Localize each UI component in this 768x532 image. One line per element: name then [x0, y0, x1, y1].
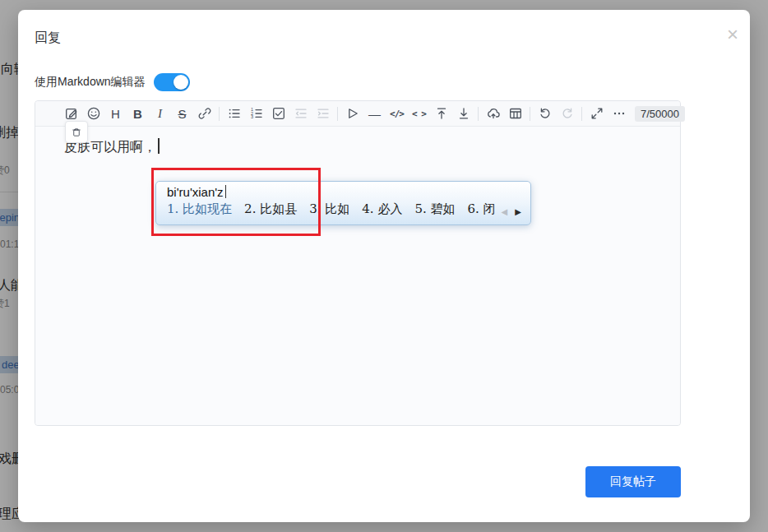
- candidate-word: 比如县: [260, 201, 297, 216]
- ime-page-next-icon[interactable]: ▶: [515, 207, 521, 216]
- char-counter: 7/50000: [635, 106, 685, 122]
- ime-candidate[interactable]: 6. 闭: [467, 201, 495, 217]
- redo-icon[interactable]: [559, 106, 575, 122]
- inline-code-icon[interactable]: < >: [411, 106, 427, 122]
- toolbar-divider: [337, 107, 338, 121]
- insert-before-icon[interactable]: [433, 106, 449, 122]
- horizontal-rule-icon[interactable]: —: [367, 106, 382, 122]
- candidate-index: 6.: [467, 201, 479, 216]
- fullscreen-icon[interactable]: [589, 106, 604, 122]
- strikethrough-icon[interactable]: S: [174, 106, 190, 122]
- insert-after-icon[interactable]: [456, 106, 471, 122]
- ime-pinyin-text: bi'ru'xian'z: [167, 185, 224, 199]
- toolbar-divider: [581, 107, 582, 121]
- candidate-index: 5.: [414, 201, 426, 216]
- modal-title: 回复: [35, 30, 61, 47]
- markdown-toggle-row: 使用Markdown编辑器: [35, 73, 190, 91]
- candidate-word: 比如: [325, 201, 349, 216]
- task-list-icon[interactable]: [271, 106, 286, 122]
- reply-modal: 回复 × 使用Markdown编辑器 H B I S 123: [18, 10, 750, 522]
- unordered-list-icon[interactable]: [226, 106, 242, 122]
- candidate-index: 1.: [167, 201, 178, 216]
- text-caret: [158, 138, 160, 154]
- ime-paging: ◀▶: [502, 207, 521, 216]
- ime-candidate[interactable]: 1. 比如现在: [167, 201, 232, 217]
- link-icon[interactable]: [197, 106, 212, 122]
- candidate-word: 比如现在: [183, 201, 232, 216]
- ordered-list-icon[interactable]: 123: [248, 106, 264, 122]
- quote-icon[interactable]: [345, 106, 360, 122]
- candidate-word: 必入: [377, 201, 402, 216]
- markdown-toggle[interactable]: [154, 73, 190, 91]
- editor-toolbar: H B I S 123: [35, 101, 680, 127]
- delete-draft-popover[interactable]: [65, 121, 88, 143]
- reply-submit-button[interactable]: 回复帖子: [585, 466, 681, 497]
- ime-pinyin-row: bi'ru'xian'z: [156, 182, 530, 199]
- candidate-word: 闭: [483, 201, 496, 216]
- candidate-index: 3.: [309, 201, 321, 216]
- markdown-editor: H B I S 123: [35, 100, 681, 426]
- ime-caret: [225, 185, 227, 198]
- indent-icon[interactable]: [315, 106, 331, 122]
- ime-page-prev-icon[interactable]: ◀: [502, 207, 508, 216]
- candidate-index: 2.: [244, 201, 256, 216]
- typed-text-line: 皮肤可以用啊，: [35, 127, 680, 156]
- emoji-icon[interactable]: [86, 106, 101, 122]
- toggle-knob: [173, 75, 188, 90]
- code-block-icon[interactable]: </>: [389, 106, 405, 122]
- markdown-toggle-label: 使用Markdown编辑器: [35, 75, 146, 90]
- italic-icon[interactable]: I: [152, 106, 168, 122]
- candidate-index: 4.: [362, 201, 373, 216]
- ime-candidate[interactable]: 4. 必入: [362, 201, 402, 217]
- trash-icon: [71, 127, 82, 138]
- undo-icon[interactable]: [537, 106, 553, 122]
- upload-icon[interactable]: [485, 106, 501, 122]
- edit-icon[interactable]: [63, 106, 79, 122]
- ime-candidate-window: bi'ru'xian'z 1. 比如现在 2. 比如县 3. 比如 4. 必入 …: [155, 181, 531, 225]
- candidate-word: 碧如: [430, 201, 455, 216]
- outdent-icon[interactable]: [293, 106, 308, 122]
- ime-candidate[interactable]: 2. 比如县: [244, 201, 297, 217]
- toolbar-divider: [478, 107, 479, 121]
- close-icon[interactable]: ×: [727, 25, 738, 44]
- ime-candidate-row: 1. 比如现在 2. 比如县 3. 比如 4. 必入 5. 碧如 6. 闭: [156, 199, 530, 217]
- svg-text:3: 3: [251, 114, 253, 119]
- bold-icon[interactable]: B: [130, 106, 146, 122]
- more-icon[interactable]: [611, 106, 627, 122]
- toolbar-divider: [219, 107, 220, 121]
- editor-content[interactable]: 皮肤可以用啊， bi'ru'xian'z 1. 比如现在 2. 比如县 3. 比…: [35, 127, 680, 425]
- table-icon[interactable]: [507, 106, 523, 122]
- heading-icon[interactable]: H: [108, 106, 123, 122]
- toolbar-divider: [530, 107, 530, 121]
- ime-candidate[interactable]: 3. 比如: [309, 201, 349, 217]
- ime-candidate[interactable]: 5. 碧如: [414, 201, 455, 217]
